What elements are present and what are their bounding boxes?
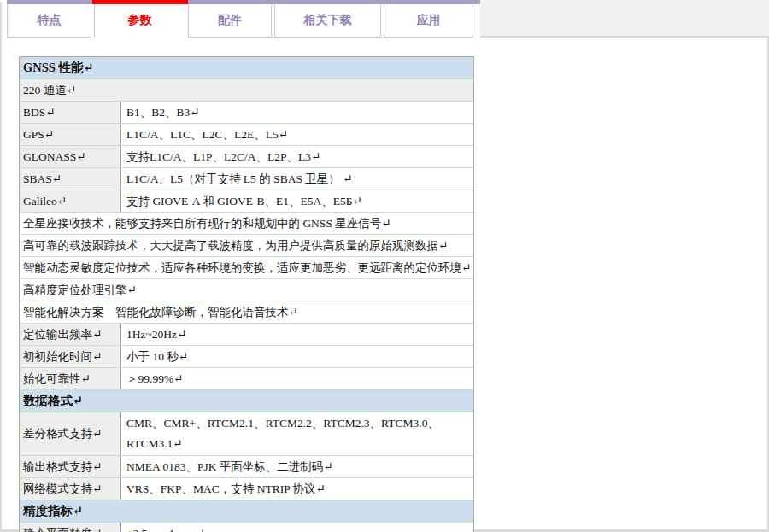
spec-value: VRS、FKP、MAC，支持 NTRIP 协议↵	[121, 478, 473, 500]
table-row-glonass: GLONASS↵ 支持L1C/A、L1P、L2C/A、L2P、L3↵	[20, 146, 473, 168]
spec-label: BDS↵	[20, 102, 121, 123]
tab-features[interactable]: 特点	[7, 4, 91, 38]
table-row-feature-5: 智能化解决方案 智能化故障诊断，智能化语音技术↵	[20, 301, 473, 324]
spec-label: 始化可靠性↵	[20, 368, 121, 389]
spec-value: ＞99.99%↵	[121, 368, 473, 389]
section-header-gnss: GNSS 性能↵	[20, 57, 473, 79]
tab-strip: 特点 参数 配件 相关下载 应用	[7, 0, 482, 38]
product-spec-page: 特点 参数 配件 相关下载 应用 GNSS 性能↵ 220 通道↵ BDS↵ B…	[0, 0, 769, 532]
table-row-sbas: SBAS↵ L1C/A、L5（对于支持 L5 的 SBAS 卫星） ↵	[20, 168, 473, 190]
table-row-init-time: 初初始化时间↵ 小于 10 秒↵	[20, 346, 473, 368]
spec-label: GPS↵	[20, 124, 121, 145]
spec-label: Galileo↵	[20, 190, 121, 212]
table-row-diff-format: 差分格式支持↵ CMR、CMR+、RTCM2.1、RTCM2.2、RTCM2.3…	[20, 412, 473, 456]
spec-value: ±2.5mm-1ppm↵	[121, 523, 473, 532]
spec-label: SBAS↵	[20, 168, 121, 190]
spec-value: 1Hz~20Hz↵	[121, 324, 473, 345]
table-row-network-mode: 网络模式支持↵ VRS、FKP、MAC，支持 NTRIP 协议↵	[20, 478, 473, 500]
spec-value: B1、B2、B3↵	[121, 102, 473, 123]
spec-label: 静态平面精度↵	[20, 523, 121, 532]
spec-label: GLONASS↵	[20, 146, 121, 167]
section-header-accuracy: 精度指标↵	[20, 500, 473, 523]
tab-strip-filler	[480, 0, 769, 38]
spec-label: 定位输出频率↵	[20, 324, 121, 345]
spec-table: GNSS 性能↵ 220 通道↵ BDS↵ B1、B2、B3↵ GPS↵ L1C…	[19, 56, 474, 532]
tab-applications[interactable]: 应用	[384, 4, 473, 38]
table-row-output-rate: 定位输出频率↵ 1Hz~20Hz↵	[20, 324, 473, 346]
table-row-feature-4: 高精度定位处理引擎↵	[20, 279, 473, 301]
tab-accessories[interactable]: 配件	[188, 4, 272, 38]
spec-value: NMEA 0183、PJK 平面坐标、二进制码↵	[121, 456, 473, 477]
table-row-feature-2: 高可靠的载波跟踪技术，大大提高了载波精度，为用户提供高质量的原始观测数据↵	[20, 235, 473, 257]
spec-label: 网络模式支持↵	[20, 478, 121, 500]
table-row-output-format: 输出格式支持↵ NMEA 0183、PJK 平面坐标、二进制码↵	[20, 456, 473, 478]
page-left-border	[0, 2, 2, 532]
tab-parameters[interactable]: 参数	[94, 4, 185, 38]
spec-value: L1C/A、L5（对于支持 L5 的 SBAS 卫星） ↵	[121, 168, 473, 190]
table-row-feature-3: 智能动态灵敏度定位技术，适应各种环境的变换，适应更加恶劣、更远距离的定位环境↵	[20, 257, 473, 279]
table-row-init-reliability: 始化可靠性↵ ＞99.99%↵	[20, 368, 473, 390]
table-row-bds: BDS↵ B1、B2、B3↵	[20, 102, 473, 124]
section-header-data-format: 数据格式↵	[20, 390, 473, 412]
table-row-channels: 220 通道↵	[20, 79, 473, 102]
spec-label: 差分格式支持↵	[20, 412, 121, 455]
tab-downloads[interactable]: 相关下载	[274, 4, 381, 38]
spec-value: 支持 GIOVE-A 和 GIOVE-B、E1、E5A、E5Б↵	[121, 190, 473, 212]
spec-value: L1C/A、L1C、L2C、L2E、L5↵	[121, 124, 473, 145]
table-row-gps: GPS↵ L1C/A、L1C、L2C、L2E、L5↵	[20, 124, 473, 146]
spec-value: 支持L1C/A、L1P、L2C/A、L2P、L3↵	[121, 146, 473, 167]
table-row-galileo: Galileo↵ 支持 GIOVE-A 和 GIOVE-B、E1、E5A、E5Б…	[20, 190, 473, 213]
spec-value: 小于 10 秒↵	[121, 346, 473, 367]
spec-value: CMR、CMR+、RTCM2.1、RTCM2.2、RTCM2.3、RTCM3.0…	[121, 412, 473, 455]
table-row-static-accuracy: 静态平面精度↵ ±2.5mm-1ppm↵	[20, 523, 473, 532]
spec-label: 输出格式支持↵	[20, 456, 121, 477]
table-row-feature-1: 全星座接收技术，能够支持来自所有现行的和规划中的 GNSS 星座信号↵	[20, 213, 473, 235]
spec-label: 初初始化时间↵	[20, 346, 121, 367]
